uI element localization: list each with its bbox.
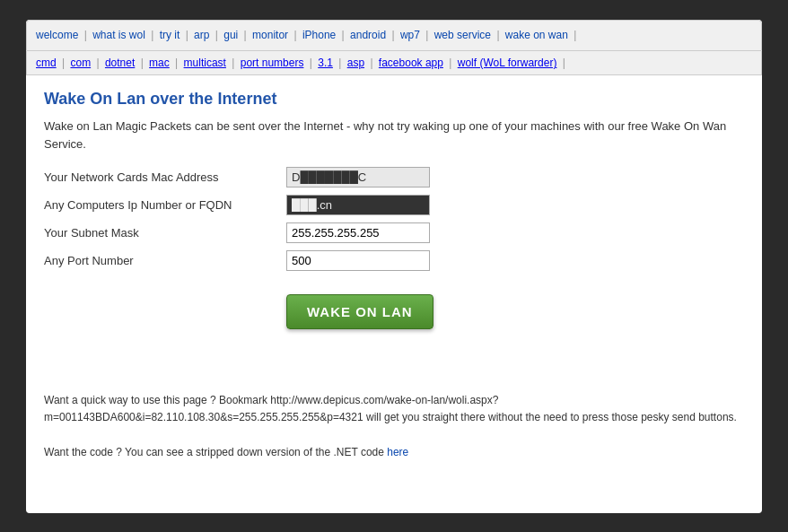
secondary-nav-item-mac[interactable]: mac — [149, 57, 170, 69]
nav-separator: | — [241, 29, 250, 41]
secondary-nav-separator: | — [367, 57, 376, 69]
primary-nav-item-monitor[interactable]: monitor — [252, 29, 288, 41]
secondary-nav-item-wolf-(WoL-forwarder)[interactable]: wolf (WoL forwarder) — [458, 57, 557, 69]
primary-nav-item-try-it[interactable]: try it — [160, 29, 180, 41]
ip-row: Any Computers Ip Number or FQDN — [44, 195, 744, 215]
mac-row: Your Network Cards Mac Address — [44, 167, 744, 188]
page-title: Wake On Lan over the Internet — [44, 90, 744, 109]
nav-separator: | — [81, 29, 90, 41]
secondary-nav-item-asp[interactable]: asp — [347, 57, 364, 69]
primary-nav-item-web-service[interactable]: web service — [434, 29, 491, 41]
primary-nav-item-android[interactable]: android — [350, 29, 386, 41]
secondary-nav-separator: | — [172, 57, 181, 69]
secondary-nav-item-facebook-app[interactable]: facebook app — [379, 57, 443, 69]
secondary-nav-separator: | — [59, 57, 68, 69]
nav-separator: | — [389, 29, 398, 41]
page-wrapper: welcome | what is wol | try it | arp | g… — [26, 20, 762, 513]
secondary-nav-item-3.1[interactable]: 3.1 — [318, 57, 333, 69]
primary-nav-item-gui[interactable]: gui — [223, 29, 238, 41]
wake-on-lan-button[interactable]: WAKE ON LAN — [286, 294, 433, 329]
primary-nav-item-iPhone[interactable]: iPhone — [302, 29, 336, 41]
mac-label: Your Network Cards Mac Address — [44, 170, 286, 184]
nav-separator: | — [423, 29, 432, 41]
primary-nav-item-wp7[interactable]: wp7 — [400, 29, 420, 41]
secondary-nav-item-port-numbers[interactable]: port numbers — [241, 57, 304, 69]
secondary-nav-separator: | — [446, 57, 455, 69]
subnet-input[interactable] — [286, 222, 430, 243]
ip-label: Any Computers Ip Number or FQDN — [44, 198, 286, 212]
secondary-nav-item-com[interactable]: com — [70, 57, 91, 69]
port-input[interactable] — [286, 250, 430, 271]
footer-line2: Want the code ? You can see a stripped d… — [44, 444, 744, 461]
nav-separator: | — [148, 29, 157, 41]
secondary-nav-item-dotnet[interactable]: dotnet — [105, 57, 135, 69]
nav-separator: | — [212, 29, 221, 41]
secondary-nav-separator: | — [137, 57, 146, 69]
nav-separator: | — [494, 29, 503, 41]
primary-nav-item-what-is-wol[interactable]: what is wol — [92, 29, 145, 41]
footer-here-link[interactable]: here — [387, 446, 408, 458]
nav-separator: | — [291, 29, 300, 41]
page-description: Wake on Lan Magic Packets can be sent ov… — [44, 118, 744, 153]
mac-input[interactable] — [286, 167, 430, 188]
primary-nav-item-wake-on-wan[interactable]: wake on wan — [505, 29, 568, 41]
footer-line1: Want a quick way to use this page ? Book… — [44, 392, 744, 426]
secondary-nav-separator: | — [229, 57, 238, 69]
content-area: Wake On Lan over the Internet Wake on La… — [26, 75, 762, 475]
secondary-nav-item-multicast[interactable]: multicast — [184, 57, 226, 69]
secondary-nav: cmd | com | dotnet | mac | multicast | p… — [26, 51, 762, 75]
wol-form: Your Network Cards Mac Address Any Compu… — [44, 167, 744, 271]
nav-trailing-separator: | — [571, 29, 576, 41]
subnet-row: Your Subnet Mask — [44, 222, 744, 243]
secondary-nav-separator: | — [559, 57, 565, 69]
secondary-nav-separator: | — [93, 57, 102, 69]
nav-separator: | — [182, 29, 191, 41]
primary-nav-item-welcome[interactable]: welcome — [36, 29, 78, 41]
secondary-nav-separator: | — [306, 57, 315, 69]
subnet-label: Your Subnet Mask — [44, 226, 286, 240]
port-row: Any Port Number — [44, 250, 744, 271]
footer-line2-prefix: Want the code ? You can see a stripped d… — [44, 446, 387, 458]
nav-separator: | — [338, 29, 347, 41]
secondary-nav-item-cmd[interactable]: cmd — [36, 57, 57, 69]
primary-nav-item-arp[interactable]: arp — [194, 29, 209, 41]
footer-text: Want a quick way to use this page ? Book… — [44, 383, 744, 461]
ip-input[interactable] — [286, 195, 430, 215]
port-label: Any Port Number — [44, 254, 286, 267]
primary-nav: welcome | what is wol | try it | arp | g… — [26, 20, 762, 52]
secondary-nav-separator: | — [336, 57, 345, 69]
